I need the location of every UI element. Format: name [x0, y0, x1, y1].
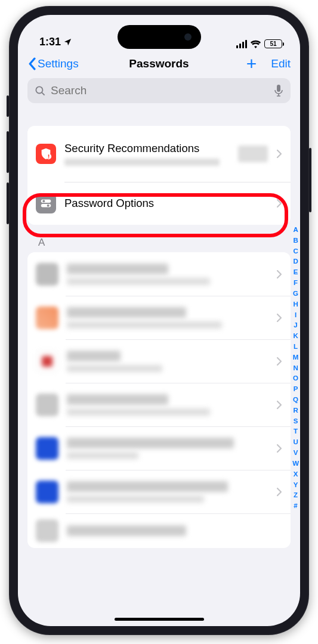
index-letter[interactable]: S: [294, 416, 298, 427]
index-letter[interactable]: T: [294, 426, 298, 437]
svg-point-6: [48, 157, 50, 159]
chevron-right-icon: [276, 149, 282, 159]
redacted-subtitle: [64, 159, 230, 166]
search-wrap: [18, 78, 300, 110]
back-button[interactable]: Settings: [27, 57, 79, 70]
index-letter[interactable]: J: [294, 320, 297, 331]
cellular-icon: [236, 40, 248, 48]
index-letter[interactable]: D: [293, 256, 298, 267]
list-item[interactable]: [27, 383, 291, 426]
svg-point-10: [47, 205, 50, 207]
chevron-right-icon: [276, 270, 282, 279]
index-letter[interactable]: E: [294, 267, 298, 278]
index-strip[interactable]: ABCDEFGHIJKLMNOPQRSTUVWXYZ#: [292, 225, 299, 512]
battery-icon: 51: [264, 39, 282, 48]
search-field[interactable]: [27, 78, 291, 103]
index-letter[interactable]: M: [293, 352, 299, 363]
search-input[interactable]: [51, 84, 269, 97]
mic-icon[interactable]: [274, 84, 283, 97]
list-item[interactable]: [27, 426, 291, 470]
redacted-badge: [238, 145, 268, 162]
index-letter[interactable]: K: [293, 331, 298, 342]
index-letter[interactable]: R: [293, 405, 298, 416]
svg-line-1: [42, 92, 45, 95]
index-letter[interactable]: O: [293, 373, 298, 384]
index-letter[interactable]: Z: [294, 490, 298, 501]
list-item[interactable]: [27, 513, 291, 548]
index-letter[interactable]: #: [294, 501, 297, 512]
index-letter[interactable]: H: [293, 299, 298, 310]
back-label: Settings: [38, 57, 79, 70]
password-options-label: Password Options: [64, 197, 268, 210]
search-icon: [35, 85, 46, 97]
svg-rect-2: [277, 85, 280, 92]
nav-bar: Settings Passwords + Edit: [18, 49, 300, 78]
password-options-row[interactable]: Password Options: [27, 182, 291, 225]
index-letter[interactable]: X: [294, 469, 298, 480]
index-letter[interactable]: L: [294, 342, 298, 352]
chevron-right-icon: [276, 199, 282, 208]
chevron-right-icon: [276, 400, 282, 410]
index-letter[interactable]: G: [293, 289, 298, 299]
location-icon: [63, 38, 72, 47]
phone-frame: 1:31 51 Settings Passwords + Edit: [9, 6, 309, 635]
svg-point-0: [36, 86, 42, 93]
index-letter[interactable]: Y: [294, 480, 298, 491]
index-letter[interactable]: I: [295, 310, 297, 321]
list-item[interactable]: [27, 470, 291, 513]
chevron-left-icon: [27, 57, 36, 70]
index-letter[interactable]: F: [294, 278, 298, 289]
side-button-vol-down: [7, 182, 9, 224]
svg-rect-7: [41, 200, 51, 203]
index-letter[interactable]: C: [293, 246, 298, 257]
index-letter[interactable]: Q: [293, 395, 298, 405]
section-header: A: [38, 237, 291, 249]
side-button-power: [309, 148, 311, 212]
index-letter[interactable]: B: [293, 236, 298, 246]
index-letter[interactable]: W: [292, 459, 299, 469]
status-time: 1:31: [39, 36, 61, 48]
svg-rect-9: [41, 204, 51, 208]
edit-button[interactable]: Edit: [271, 57, 291, 70]
password-list: [27, 252, 291, 548]
index-letter[interactable]: V: [294, 448, 298, 459]
chevron-right-icon: [276, 357, 282, 366]
chevron-right-icon: [276, 487, 282, 497]
index-letter[interactable]: U: [293, 437, 298, 448]
list-item[interactable]: [27, 339, 291, 383]
index-letter[interactable]: A: [293, 225, 298, 236]
security-recommendations-label: Security Recommenda­tions: [64, 142, 220, 156]
side-button-vol-up: [7, 131, 9, 173]
shield-alert-icon: [36, 144, 56, 164]
toggles-icon: [36, 193, 56, 213]
security-recommendations-row[interactable]: Security Recommenda­tions: [27, 126, 291, 182]
content: Security Recommenda­tions: [18, 126, 300, 548]
index-letter[interactable]: P: [294, 384, 298, 395]
list-item[interactable]: [27, 296, 291, 339]
wifi-icon: [250, 40, 261, 48]
chevron-right-icon: [276, 313, 282, 323]
index-letter[interactable]: N: [293, 363, 298, 374]
page-title: Passwords: [129, 57, 189, 70]
top-group: Security Recommenda­tions: [27, 126, 291, 225]
list-item[interactable]: [27, 252, 291, 296]
svg-point-8: [42, 200, 45, 202]
chevron-right-icon: [276, 444, 282, 453]
home-indicator[interactable]: [115, 618, 204, 621]
screen: 1:31 51 Settings Passwords + Edit: [18, 15, 300, 626]
dynamic-island: [118, 25, 201, 49]
side-button-silence: [7, 95, 9, 117]
